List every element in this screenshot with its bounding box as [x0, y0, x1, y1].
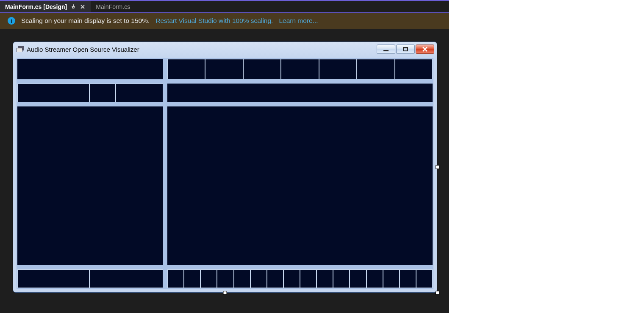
tab-mainform-code[interactable]: MainForm.cs	[91, 1, 135, 12]
cell	[243, 59, 281, 79]
form-titlebar: Audio Streamer Open Source Visualizer	[13, 42, 437, 56]
info-message: Scaling on your main display is set to 1…	[21, 17, 150, 25]
resize-handle-corner[interactable]	[436, 291, 439, 295]
cell	[116, 84, 163, 102]
form-title: Audio Streamer Open Source Visualizer	[27, 46, 377, 53]
cell	[300, 269, 316, 288]
cell	[281, 59, 319, 79]
panel-bottom-right-grid[interactable]	[167, 268, 433, 289]
panel-top-right-grid[interactable]	[167, 58, 433, 80]
dpi-scaling-info-bar: i Scaling on your main display is set to…	[0, 13, 449, 29]
restart-scaling-link[interactable]: Restart Visual Studio with 100% scaling.	[155, 17, 273, 25]
cell	[416, 269, 433, 288]
panel-row2-left-grid[interactable]	[17, 83, 164, 103]
winform-preview[interactable]: Audio Streamer Open Source Visualizer	[13, 42, 437, 293]
cell	[205, 59, 243, 79]
layout-row-2	[17, 83, 433, 103]
tab-label: MainForm.cs [Design]	[5, 3, 67, 10]
form-client-area	[17, 58, 433, 289]
cell	[316, 269, 333, 288]
cell	[184, 269, 200, 288]
window-buttons	[377, 45, 434, 54]
panel-row2-right[interactable]	[167, 83, 433, 103]
cell	[350, 269, 366, 288]
panel-bottom-left-grid[interactable]	[17, 268, 164, 289]
document-tab-strip: MainForm.cs [Design] MainForm.cs	[0, 0, 449, 12]
pin-icon[interactable]	[70, 4, 76, 10]
panel-middle-left[interactable]	[17, 106, 164, 266]
layout-row-4	[17, 268, 433, 289]
cell	[400, 269, 416, 288]
cell	[267, 269, 283, 288]
cell	[357, 59, 394, 79]
info-icon: i	[8, 17, 15, 25]
form-designer-surface[interactable]: Audio Streamer Open Source Visualizer	[0, 29, 449, 313]
cell	[283, 269, 300, 288]
cell	[333, 269, 350, 288]
tab-mainform-design[interactable]: MainForm.cs [Design]	[0, 1, 91, 12]
resize-handle-right[interactable]	[436, 165, 439, 169]
cell	[167, 59, 205, 79]
learn-more-link[interactable]: Learn more...	[279, 17, 318, 25]
visual-studio-editor: MainForm.cs [Design] MainForm.cs i Scali…	[0, 0, 449, 313]
layout-row-1	[17, 58, 433, 80]
close-icon[interactable]	[80, 4, 86, 10]
cell	[17, 269, 89, 288]
cell	[395, 59, 433, 79]
cell	[167, 269, 184, 288]
layout-middle	[17, 106, 433, 266]
cell	[366, 269, 383, 288]
form-selection-wrapper[interactable]: Audio Streamer Open Source Visualizer	[13, 42, 437, 293]
cell	[217, 269, 233, 288]
close-button[interactable]	[416, 45, 434, 54]
form-icon	[17, 46, 24, 52]
minimize-button[interactable]	[377, 45, 395, 54]
blank-area	[449, 0, 644, 313]
cell	[383, 269, 400, 288]
resize-handle-bottom[interactable]	[223, 291, 227, 295]
panel-middle-right[interactable]	[167, 106, 433, 266]
maximize-button[interactable]	[396, 45, 415, 54]
cell	[250, 269, 267, 288]
cell	[17, 84, 89, 102]
tab-label: MainForm.cs	[96, 3, 130, 10]
cell	[200, 269, 217, 288]
panel-top-left[interactable]	[17, 58, 164, 80]
cell	[89, 84, 116, 102]
cell	[89, 269, 163, 288]
cell	[234, 269, 250, 288]
cell	[319, 59, 357, 79]
